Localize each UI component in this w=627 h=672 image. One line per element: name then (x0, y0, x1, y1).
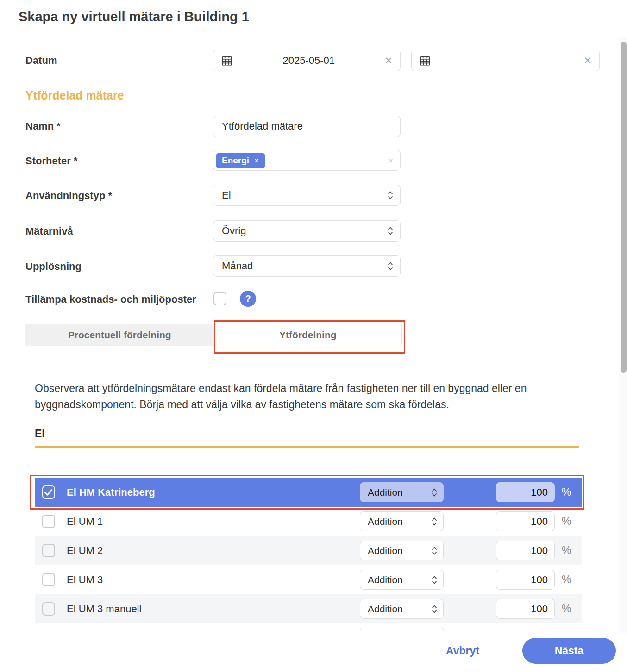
name-input[interactable] (213, 116, 401, 137)
help-icon[interactable]: ? (240, 291, 256, 307)
meter-list: El HM Katrineberg Addition % El UM 1 Add… (35, 478, 582, 630)
chevron-up-down-icon (387, 261, 394, 272)
chevron-up-down-icon (387, 190, 394, 201)
meter-operation-select[interactable]: Addition (360, 482, 444, 502)
meter-percent-input[interactable] (496, 570, 555, 590)
quantity-tag-label: Energi (222, 156, 249, 166)
meter-group-heading: El (35, 428, 45, 440)
meter-percent-unit: % (562, 544, 571, 557)
chevron-up-down-icon (387, 225, 394, 236)
meter-operation-select[interactable]: Addition (360, 570, 444, 590)
usage-type-value: El (222, 189, 231, 201)
check-icon (44, 487, 53, 497)
chevron-up-down-icon (431, 516, 438, 527)
meter-operation-value: Addition (368, 516, 403, 527)
meter-row[interactable]: El UM 2 Addition % (35, 536, 582, 565)
remove-tag-icon[interactable]: ✕ (254, 157, 259, 164)
info-text: Observera att ytfördelningsmätare endast… (35, 380, 579, 413)
resolution-label: Upplösning (25, 261, 82, 273)
next-button[interactable]: Nästa (522, 638, 616, 664)
meter-checkbox[interactable] (42, 485, 55, 499)
quantities-field[interactable]: Energi ✕ ✕ (213, 150, 401, 171)
scrollbar-track[interactable] (619, 37, 627, 633)
group-underline (35, 446, 579, 448)
meter-row[interactable]: El HM Katrineberg Addition % (35, 478, 582, 507)
meter-checkbox[interactable] (42, 602, 55, 616)
chevron-up-down-icon (431, 604, 438, 615)
tab-procentuell-fordelning[interactable]: Procentuell fördelning (25, 324, 214, 346)
distribution-tab-bar: Procentuell fördelning Ytfördelning (25, 324, 402, 346)
meter-level-label: Mätarnivå (25, 225, 73, 237)
meter-operation-value: Addition (368, 574, 403, 585)
cost-env-label: Tillämpa kostnads- och miljöposter (25, 293, 196, 305)
cost-env-checkbox[interactable] (213, 292, 226, 305)
meter-checkbox[interactable] (42, 573, 55, 586)
calendar-icon[interactable] (419, 55, 431, 67)
clear-date-icon[interactable]: ✕ (384, 56, 393, 65)
meter-level-select[interactable]: Övrig (213, 220, 401, 242)
resolution-value: Månad (222, 260, 253, 272)
meter-percent-input[interactable] (496, 541, 555, 560)
meter-operation-select[interactable]: Addition (360, 599, 444, 619)
meter-operation-value: Addition (368, 604, 403, 615)
meter-percent-input[interactable] (496, 599, 555, 619)
meter-row[interactable]: El UM 3 manuell Addition % (35, 594, 582, 623)
chevron-up-down-icon (431, 545, 438, 556)
section-heading: Ytfördelad mätare (25, 89, 124, 102)
meter-percent-unit: % (562, 486, 571, 498)
meter-checkbox[interactable] (42, 515, 55, 528)
meter-operation-value: Addition (368, 545, 403, 556)
resolution-select[interactable]: Månad (213, 255, 401, 277)
date-end-input[interactable]: ✕ (411, 50, 600, 71)
tab-ytfordelning[interactable]: Ytfördelning (214, 324, 402, 346)
date-label: Datum (25, 55, 57, 67)
create-virtual-meter-dialog: Skapa ny virtuell mätare i Building 1 Da… (0, 0, 627, 672)
meter-percent-input[interactable] (496, 482, 555, 502)
meter-operation-select[interactable]: Addition (360, 511, 444, 531)
clear-all-icon[interactable]: ✕ (388, 157, 394, 164)
quantities-label: Storheter * (25, 155, 77, 167)
clear-date-icon[interactable]: ✕ (583, 56, 592, 65)
meter-level-value: Övrig (222, 225, 246, 237)
chevron-up-down-icon (431, 574, 438, 585)
name-label: Namn * (25, 120, 61, 132)
meter-operation-value: Addition (368, 487, 403, 498)
quantity-tag: Energi ✕ (216, 153, 265, 168)
meter-percent-unit: % (562, 603, 571, 615)
meter-row[interactable]: El UM 3 Addition % (35, 565, 582, 594)
meter-percent-input[interactable] (496, 511, 555, 531)
page-title: Skapa ny virtuell mätare i Building 1 (19, 9, 249, 25)
meter-operation-select[interactable]: Addition (360, 541, 444, 560)
cancel-button[interactable]: Avbryt (446, 638, 479, 664)
usage-type-select[interactable]: El (213, 185, 401, 206)
meter-row[interactable]: El UM 1 Addition % (35, 507, 582, 536)
scrollbar-thumb[interactable] (621, 42, 627, 373)
meter-percent-unit: % (562, 573, 571, 586)
calendar-icon[interactable] (221, 55, 233, 67)
date-start-value[interactable]: 2025-05-01 (233, 55, 384, 67)
usage-type-label: Användningstyp * (25, 190, 112, 202)
partial-next-row (360, 628, 444, 631)
meter-checkbox[interactable] (42, 544, 55, 557)
meter-percent-unit: % (562, 515, 571, 528)
date-start-input[interactable]: 2025-05-01 ✕ (213, 50, 401, 71)
chevron-up-down-icon (431, 487, 438, 498)
